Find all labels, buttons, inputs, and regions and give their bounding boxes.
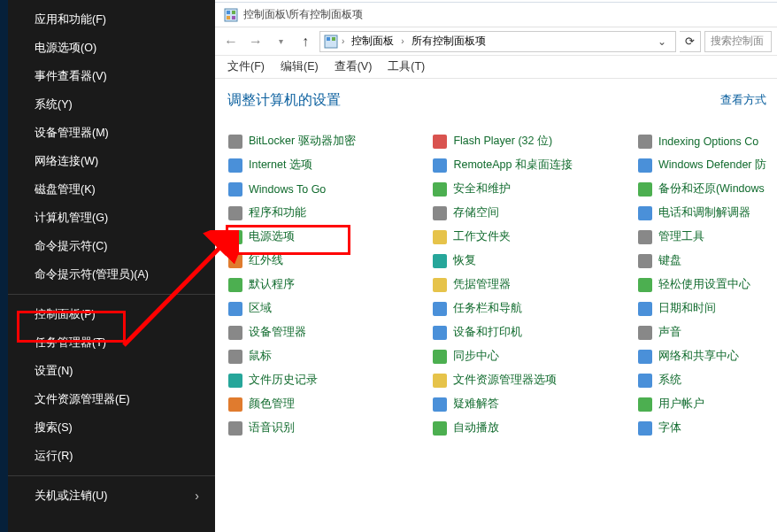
control-panel-item[interactable]: 备份和还原(Windows [637, 181, 766, 197]
control-panel-item[interactable]: 键盘 [637, 252, 766, 269]
up-button[interactable]: ↑ [295, 31, 316, 52]
item-label: BitLocker 驱动器加密 [249, 134, 356, 149]
item-label: 字体 [658, 420, 681, 436]
devices-printers-icon [432, 325, 448, 341]
menu-edit[interactable]: 编辑(E) [281, 59, 319, 74]
explorer-options-icon [432, 373, 448, 389]
winx-menu-item[interactable]: 设置(N) [8, 357, 215, 385]
winx-menu-item[interactable]: 设备管理器(M) [8, 119, 215, 147]
winx-menu-item[interactable]: 命令提示符(管理员)(A) [8, 260, 215, 289]
control-panel-item[interactable]: Windows To Go [227, 181, 432, 197]
winx-menu-item[interactable]: 应用和功能(F) [8, 5, 215, 34]
defender-icon [637, 158, 653, 173]
item-label: 设备管理器 [249, 325, 306, 340]
winx-menu-item[interactable]: 控制面板(P) [8, 300, 215, 328]
control-panel-item[interactable]: Internet 选项 [227, 157, 432, 173]
control-panel-item[interactable]: 日期和时间 [637, 300, 766, 317]
address-bar[interactable]: › 控制面板 › 所有控制面板项 ⌄ [319, 31, 676, 52]
speech-icon [227, 420, 243, 436]
winx-menu-item[interactable]: 命令提示符(C) [8, 232, 215, 260]
menu-file[interactable]: 文件(F) [227, 59, 265, 74]
winx-menu-item[interactable]: 磁盘管理(K) [8, 175, 215, 204]
control-panel-item[interactable]: 语音识别 [227, 420, 432, 436]
menu-item-label: 网络连接(W) [35, 154, 98, 169]
view-mode-selector[interactable]: 查看方式 [720, 93, 766, 108]
autoplay-icon [432, 420, 448, 436]
control-panel-item[interactable]: 电话和调制解调器 [637, 204, 766, 221]
control-panel-item[interactable]: 用户帐户 [637, 396, 766, 412]
search-input[interactable]: 搜索控制面 [704, 31, 772, 52]
control-panel-item[interactable]: RemoteApp 和桌面连接 [432, 157, 636, 173]
control-panel-item[interactable]: 声音 [637, 324, 766, 341]
items-grid: BitLocker 驱动器加密Internet 选项Windows To Go程… [227, 133, 766, 436]
winx-menu-item[interactable]: 搜索(S) [8, 413, 215, 442]
winx-menu-item[interactable]: 计算机管理(G) [8, 204, 215, 232]
winx-menu-item[interactable]: 运行(R) [8, 442, 215, 470]
control-panel-item[interactable]: 安全和维护 [432, 181, 636, 197]
menu-tools[interactable]: 工具(T) [388, 59, 425, 74]
windows-to-go-icon [227, 181, 243, 197]
control-panel-item[interactable]: 颜色管理 [227, 396, 432, 412]
control-panel-item[interactable]: 区域 [227, 300, 432, 317]
control-panel-item[interactable]: 文件历史记录 [227, 372, 432, 389]
winx-menu-item[interactable]: 关机或注销(U)› [8, 482, 215, 510]
item-label: 设备和打印机 [453, 325, 522, 340]
control-panel-window: 控制面板\所有控制面板项 ← → ▾ ↑ › 控制面板 › 所有控制面板项 ⌄ … [215, 2, 777, 532]
control-panel-item[interactable]: 任务栏和导航 [432, 300, 636, 317]
winx-menu-item[interactable]: 任务管理器(T) [8, 328, 215, 357]
svg-rect-4 [232, 16, 235, 19]
control-panel-body: 调整计算机的设置 查看方式 BitLocker 驱动器加密Internet 选项… [215, 79, 777, 436]
control-panel-item[interactable]: 自动播放 [432, 420, 636, 436]
control-panel-item[interactable]: 鼠标 [227, 348, 432, 365]
control-panel-item[interactable]: 存储空间 [432, 204, 636, 221]
winx-menu-item[interactable]: 网络连接(W) [8, 147, 215, 175]
winx-menu-item[interactable]: 事件查看器(V) [8, 62, 215, 90]
control-panel-item[interactable]: 轻松使用设置中心 [637, 276, 766, 293]
control-panel-item[interactable]: 同步中心 [432, 348, 636, 365]
control-panel-item[interactable]: 网络和共享中心 [637, 348, 766, 365]
svg-rect-6 [327, 37, 330, 41]
control-panel-item[interactable]: 凭据管理器 [432, 276, 636, 293]
control-panel-item[interactable]: 设备管理器 [227, 324, 432, 341]
address-dropdown[interactable]: ⌄ [652, 35, 672, 48]
back-button[interactable]: ← [220, 31, 242, 52]
item-label: 键盘 [658, 253, 681, 268]
control-panel-item[interactable]: 字体 [637, 420, 766, 436]
item-label: 程序和功能 [249, 205, 306, 220]
item-label: 凭据管理器 [453, 277, 511, 292]
control-panel-item[interactable]: 疑难解答 [432, 396, 636, 412]
recent-dropdown[interactable]: ▾ [270, 31, 291, 52]
winx-menu-item[interactable]: 文件资源管理器(E) [8, 385, 215, 413]
menu-view[interactable]: 查看(V) [335, 59, 373, 74]
control-panel-item[interactable]: 程序和功能 [227, 204, 432, 221]
remoteapp-icon [432, 158, 448, 173]
control-panel-item[interactable]: 电源选项 [227, 228, 432, 245]
file-history-icon [227, 373, 243, 389]
control-panel-item[interactable]: 系统 [637, 372, 766, 389]
control-panel-item[interactable]: 工作文件夹 [432, 228, 636, 245]
control-panel-item[interactable]: 红外线 [227, 252, 432, 269]
breadcrumb-part[interactable]: 所有控制面板项 [408, 32, 489, 50]
control-panel-item[interactable]: 文件资源管理器选项 [432, 372, 636, 389]
mouse-icon [227, 349, 243, 365]
breadcrumb-part[interactable]: 控制面板 [348, 32, 397, 50]
navigation-bar: ← → ▾ ↑ › 控制面板 › 所有控制面板项 ⌄ ⟳ 搜索控制面 [215, 27, 777, 56]
svg-rect-1 [227, 11, 230, 14]
menu-item-label: 控制面板(P) [35, 307, 96, 322]
winx-menu-item[interactable]: 电源选项(O) [8, 34, 215, 62]
control-panel-item[interactable]: 恢复 [432, 252, 636, 269]
control-panel-item[interactable]: BitLocker 驱动器加密 [227, 133, 432, 150]
control-panel-item[interactable]: 设备和打印机 [432, 324, 636, 341]
winx-menu-item[interactable]: 系统(Y) [8, 90, 215, 119]
control-panel-item[interactable]: Indexing Options Co [637, 133, 766, 150]
troubleshoot-icon [432, 397, 448, 412]
backup-icon [637, 181, 653, 197]
control-panel-item[interactable]: Flash Player (32 位) [432, 133, 636, 150]
window-titlebar: 控制面板\所有控制面板项 [215, 3, 777, 27]
control-panel-item[interactable]: 默认程序 [227, 276, 432, 293]
forward-button[interactable]: → [245, 31, 266, 52]
chevron-right-icon: › [342, 36, 344, 46]
refresh-button[interactable]: ⟳ [680, 31, 701, 52]
control-panel-item[interactable]: Windows Defender 防 [637, 157, 766, 173]
control-panel-item[interactable]: 管理工具 [637, 228, 766, 245]
